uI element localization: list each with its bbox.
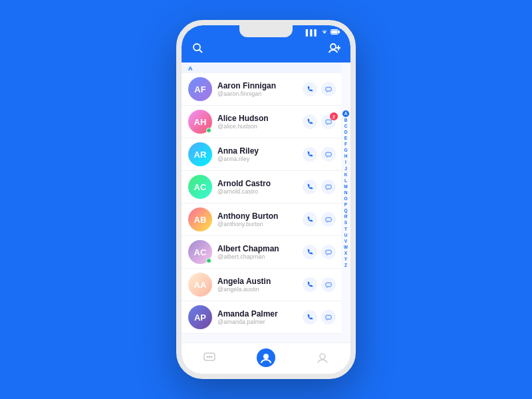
message-button[interactable] [321,180,336,194]
profile-nav-icon [313,348,332,367]
add-contact-button[interactable] [327,43,342,56]
svg-point-21 [320,354,325,359]
contact-info: Angela Austin@angela.austin [217,277,303,293]
contact-item[interactable]: AFAaron Finnigan@aaron.finnigan [182,73,341,106]
alpha-letter-b[interactable]: B [344,117,348,123]
contact-actions [303,277,336,292]
message-button[interactable] [321,212,336,227]
alpha-letter-f[interactable]: F [344,141,347,147]
svg-point-17 [207,356,209,358]
alpha-letter-e[interactable]: E [344,135,347,141]
contact-name: Albert Chapman [217,244,303,253]
content-area: AAFAaron Finnigan@aaron.finniganAHAlice … [182,63,350,342]
message-button[interactable] [321,310,336,325]
contact-actions [303,212,336,227]
contact-actions [303,147,336,162]
call-button[interactable] [303,180,317,194]
messages-nav-icon [200,348,219,367]
alpha-letter-x[interactable]: X [344,250,347,256]
wifi-icon [321,29,328,36]
contact-handle: @anna.riley [217,156,303,162]
alpha-letter-h[interactable]: H [344,153,348,159]
call-button[interactable] [303,147,317,162]
messages-nav[interactable] [200,348,219,367]
alpha-letter-a[interactable]: A [342,110,349,117]
avatar: AR [188,142,212,166]
alpha-letter-v[interactable]: V [344,238,347,244]
avatar: AA [188,273,212,297]
alpha-letter-y[interactable]: Y [344,256,347,262]
contact-name: Angela Austin [217,277,303,286]
alpha-letter-d[interactable]: D [344,129,348,135]
contact-info: Aaron Finnigan@aaron.finnigan [217,81,303,97]
online-indicator [206,258,211,263]
profile-nav[interactable] [313,348,332,367]
phone-inner: ▌▌▌ [182,25,350,374]
alpha-letter-r[interactable]: R [344,213,348,219]
avatar: AH [188,110,212,134]
avatar-image: AP [188,305,212,329]
contact-item[interactable]: ACAlbert Chapman@albert.chapman [182,236,341,269]
call-button[interactable] [303,310,317,325]
notch [239,25,293,37]
message-button[interactable] [321,147,336,162]
svg-rect-10 [326,152,331,156]
phone-frame: ▌▌▌ [176,20,356,379]
call-button[interactable] [303,277,317,292]
avatar: AP [188,305,212,329]
alphabet-index: ABCDEFGHIJKLMNOPQRSTUVWXYZ [341,63,350,316]
alpha-letter-k[interactable]: K [344,172,348,178]
alpha-letter-p[interactable]: P [344,201,347,207]
contact-actions [303,180,336,194]
contact-actions [303,310,336,325]
svg-rect-9 [326,120,331,124]
call-button[interactable] [303,245,317,259]
alpha-letter-j[interactable]: J [344,166,347,172]
svg-rect-2 [332,31,338,34]
alpha-letter-u[interactable]: U [344,232,348,238]
message-button[interactable]: 2 [321,114,336,129]
alpha-letter-l[interactable]: L [344,178,347,184]
contact-name: Aaron Finnigan [217,81,303,90]
contact-item[interactable]: AHAlice Hudson@alice.hudson2 [182,106,341,138]
contact-handle: @angela.austin [217,286,303,293]
message-button[interactable] [321,245,336,259]
contact-info: Anna Riley@anna.riley [217,146,303,162]
contact-item[interactable]: ARAnna Riley@anna.riley [182,138,341,171]
message-button[interactable] [321,82,336,96]
alpha-letter-q[interactable]: Q [344,207,347,213]
alpha-letter-t[interactable]: T [344,226,347,232]
alpha-letter-i[interactable]: I [345,159,346,165]
contact-name: Anna Riley [217,146,303,156]
contact-info: Amanda Palmer@amanda.palmer [217,309,303,325]
alpha-letter-w[interactable]: W [344,244,348,250]
message-button[interactable] [321,277,336,292]
contact-item[interactable]: ACArnold Castro@arnold.castro [182,171,341,203]
section-header-a: A [182,63,341,73]
contact-item[interactable]: ABAnthony Burton@anthony.burton [182,203,341,236]
call-button[interactable] [303,114,317,129]
alpha-letter-g[interactable]: G [344,147,347,153]
contact-list: AAFAaron Finnigan@aaron.finniganAHAlice … [182,63,350,342]
avatar-image: AR [188,142,212,166]
avatar: AF [188,77,212,101]
alpha-letter-s[interactable]: S [344,219,347,225]
contact-item[interactable]: AAAngela Austin@angela.austin [182,269,341,301]
alpha-letter-z[interactable]: Z [344,262,347,268]
contacts-nav[interactable] [257,348,275,367]
search-button[interactable] [190,43,205,56]
contact-actions: 2 [303,114,336,129]
status-icons: ▌▌▌ [306,29,340,36]
avatar-image: AF [188,77,212,101]
svg-rect-1 [338,31,340,33]
contact-item[interactable]: APAmanda Palmer@amanda.palmer [182,301,341,334]
call-button[interactable] [303,212,317,227]
alpha-letter-o[interactable]: O [344,196,347,201]
call-button[interactable] [303,82,317,96]
contact-handle: @anthony.burton [217,221,303,227]
signal-icon: ▌▌▌ [306,29,319,36]
alpha-letter-m[interactable]: M [344,184,347,190]
contact-name: Arnold Castro [217,179,303,188]
alpha-letter-n[interactable]: N [344,190,348,196]
alpha-letter-c[interactable]: C [344,123,348,129]
